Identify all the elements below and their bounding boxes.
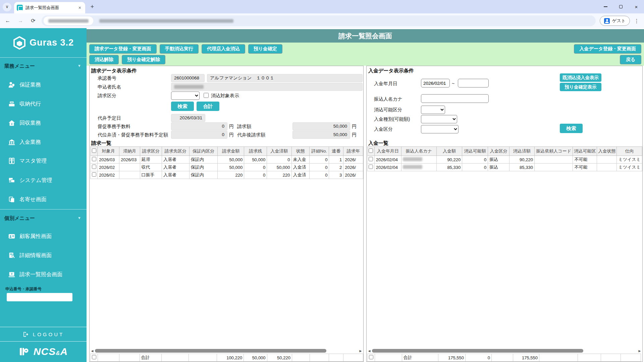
sidebar-item-seikyu-list[interactable]: ¥ 請求一覧照会画面 [0,269,87,280]
table-cell [119,164,140,171]
payment-search-button[interactable]: 検索 [560,124,583,133]
new-tab-button[interactable]: + [88,3,97,11]
applicant-name-field [171,83,363,91]
row-select-checkbox[interactable] [92,355,96,359]
appno-input[interactable] [7,293,72,301]
payment-register-button[interactable]: 入金データ登録・変更画面 [574,44,641,54]
chevron-down-icon[interactable]: ▼ [77,216,81,220]
table-cell: ミツイスミ [617,156,642,164]
tab-search-chevron-icon[interactable]: ∨ [3,3,11,11]
column-header: 消込可能額 [462,147,488,156]
column-header: 入金年月日 [374,147,401,156]
sidebar-item-nayose[interactable]: 名寄せ画面 [0,194,87,205]
table-row[interactable]: 2026/02/0490,2200振込90,220不可能ミツイスミ [368,156,642,164]
sidebar: Guras 3.2 業務メニュー ▼ 保証業務 収納代行 ¥ 回収業務 入金業務… [0,28,87,362]
payment-date-to-input[interactable] [458,79,489,87]
url-bar[interactable] [42,15,596,26]
browser-menu-icon[interactable]: ⋮ [632,18,641,24]
row-select-checkbox[interactable] [369,165,373,169]
table-row[interactable]: 2026/032026/03延滞入居者保証内50,00050,0000未入金01… [91,156,363,164]
tab-close-icon[interactable]: × [77,5,83,10]
sidebar-item-shuno[interactable]: 収納代行 [0,98,87,110]
table-cell: 保証内 [189,164,218,171]
table-cell: 2 [329,164,343,171]
scroll-track[interactable] [94,349,359,353]
browser-toolbar: ← → ⟳ ゲスト ⋮ [0,13,644,28]
payment-h-scrollbar[interactable]: ◀ ▶ [367,348,642,353]
table-cell: 合計 [402,354,438,362]
window-close-button[interactable]: × [629,0,644,13]
scroll-right-icon[interactable]: ▶ [638,349,642,353]
action-button[interactable]: 請求データ登録・変更画面 [89,44,157,54]
chevron-down-icon[interactable]: ▼ [77,64,81,68]
scroll-left-icon[interactable]: ◀ [90,349,94,353]
forward-icon[interactable]: → [15,16,25,26]
payment-date-from-input[interactable] [421,79,450,87]
table-row[interactable]: 2026/02収代入居者保証内50,000050,000入金済022026/ [91,164,363,171]
action-button[interactable]: 代理店入金消込 [202,44,245,54]
back-button[interactable]: 戻る [620,55,641,64]
select-all-checkbox[interactable] [369,148,373,153]
sidebar-item-master[interactable]: マスタ管理 [0,155,87,167]
individual-menu-title[interactable]: 個別メニュー [4,215,35,222]
row-select-checkbox[interactable] [92,172,96,177]
erase-target-label: 消込対象表示 [211,92,239,100]
payment-table: 入金年月日振込人名カナ入金額消込可能額入金区分消込済額振込依頼人コード消込可能区… [367,146,642,171]
action-button[interactable]: 消込解除 [89,55,119,64]
sidebar-item-kaishu[interactable]: ¥ 回収業務 [0,117,87,129]
guest-profile-button[interactable]: ゲスト [600,16,630,26]
action-button[interactable]: 手動消込実行 [160,44,199,54]
table-cell [161,354,189,362]
checkbox-cell [368,147,375,156]
table-cell [310,354,329,362]
bill-type-select[interactable] [171,92,200,100]
scroll-left-icon[interactable]: ◀ [367,349,371,353]
scroll-thumb[interactable] [372,349,583,353]
table-cell: 2026/02 [98,171,119,179]
sidebar-item-kokyaku[interactable]: 顧客属性画面 [0,231,87,242]
sidebar-item-system[interactable]: システム管理 [0,175,87,186]
billing-h-scrollbar[interactable]: ◀ ▶ [90,348,363,353]
sidebar-item-nyukin[interactable]: 入金業務 [0,136,87,148]
column-header: 消込可能区 [573,147,597,156]
payment-type-select[interactable] [421,115,457,123]
window-maximize-button[interactable] [613,0,629,13]
row-select-checkbox[interactable] [369,355,373,359]
table-row[interactable]: 2026/02口振手入居者保証内2200220入金済032026/ [91,171,363,179]
sidebar-item-hosho[interactable]: 保証業務 [0,79,87,90]
row-select-checkbox[interactable] [92,165,96,169]
billing-search-button[interactable]: 検索 [171,102,194,111]
erase-target-checkbox[interactable] [204,93,209,98]
show-deposit-confirm-button[interactable]: 預り金確定表示 [560,83,601,91]
row-select-checkbox[interactable] [92,157,96,161]
site-name-chip [44,16,93,25]
scroll-right-icon[interactable]: ▶ [359,349,363,353]
scroll-track[interactable] [371,349,638,353]
back-icon[interactable]: ← [3,16,13,26]
billing-sum-button[interactable]: 合計 [197,102,219,111]
column-header: 対象月 [98,147,119,156]
erase-class-select[interactable] [421,106,445,114]
column-header: 詳細No. [309,147,329,156]
action-button[interactable]: 預り金確定解除 [122,55,165,64]
window-minimize-button[interactable] [598,0,613,13]
yen-unit: 円 [229,131,234,139]
app-logo: Guras 3.2 [0,28,87,58]
payer-kana-input[interactable] [421,94,489,103]
reload-icon[interactable]: ⟳ [28,16,38,26]
action-button[interactable]: 預り金確定 [248,44,282,54]
row-select-checkbox[interactable] [369,157,373,161]
table-row[interactable]: 2026/02/0485,3300振込85,330不可能ミツイスミ [368,164,642,171]
table-cell: 入金済 [291,164,309,171]
table-cell: 保証内 [189,171,218,179]
scroll-thumb[interactable] [95,349,326,353]
logout-button[interactable]: LOGOUT [0,327,87,342]
sidebar-item-shosai[interactable]: 詳細情報画面 [0,250,87,261]
column-header: 請求先区分 [162,147,189,156]
payment-class-select[interactable] [421,125,459,133]
business-menu-title[interactable]: 業務メニュー [4,63,35,69]
column-header: 振込人名カナ [401,147,436,156]
browser-tab[interactable]: 請求一覧照会画面 × [14,2,85,13]
select-all-checkbox[interactable] [92,148,96,153]
show-erased-payments-button[interactable]: 既消込済入金表示 [560,73,601,82]
